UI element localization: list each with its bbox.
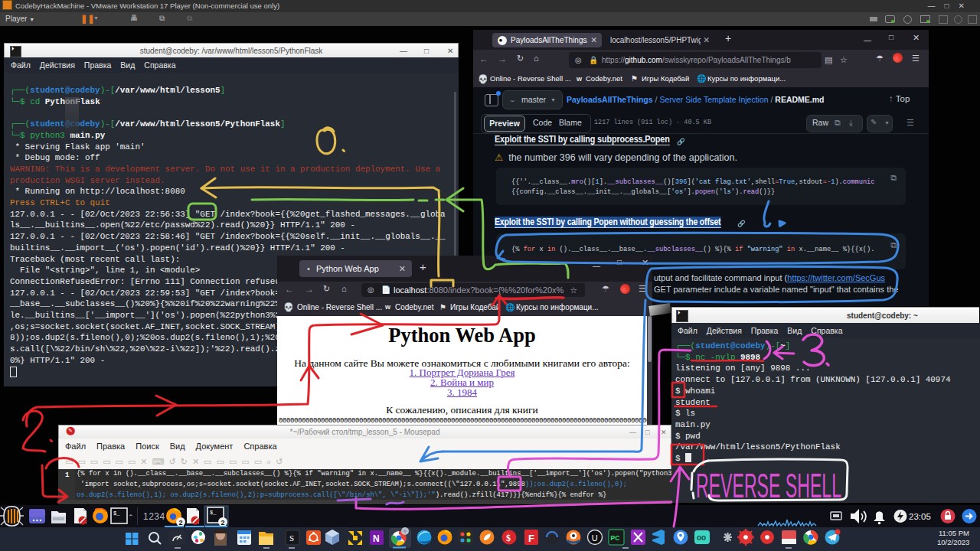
svg-text:11:05 PM: 11:05 PM [939, 529, 969, 537]
svg-text:23:05: 23:05 [909, 512, 931, 521]
svg-text:10/2/2023: 10/2/2023 [937, 538, 969, 546]
svg-text:REVERSE SHELL: REVERSE SHELL [696, 466, 841, 505]
svg-text:$_: $_ [113, 510, 120, 517]
svg-text:S: S [289, 533, 294, 543]
svg-text:1234: 1234 [143, 511, 165, 522]
svg-text:⌃: ⌃ [128, 514, 134, 521]
svg-text:2: 2 [178, 519, 182, 527]
svg-text:2: 2 [220, 519, 224, 527]
svg-text:$: $ [506, 533, 511, 543]
svg-text:F: F [528, 533, 534, 544]
svg-text:N: N [373, 533, 380, 544]
svg-text:oo: oo [697, 533, 706, 542]
svg-text:$_: $_ [210, 510, 217, 516]
svg-text:PC: PC [611, 534, 620, 542]
svg-text:U: U [592, 533, 598, 543]
